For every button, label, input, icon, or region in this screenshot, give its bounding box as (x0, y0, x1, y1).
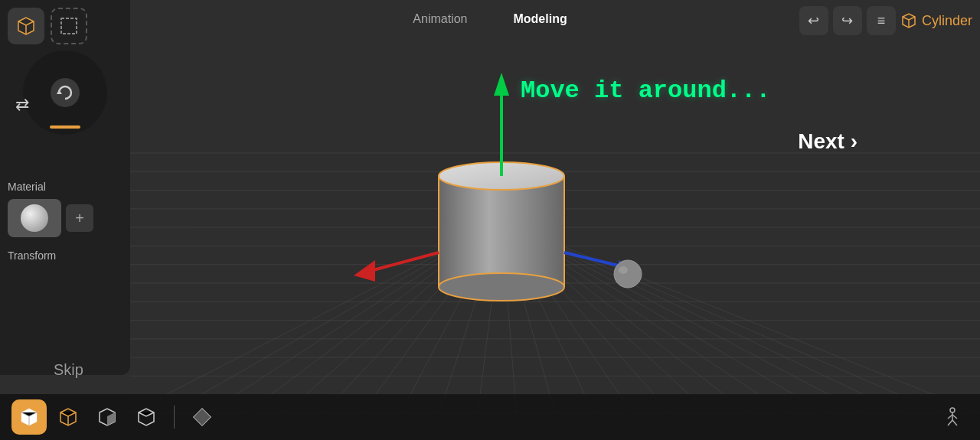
svg-line-29 (948, 420, 952, 425)
outline-cube-icon (136, 406, 157, 428)
diamond-icon (191, 406, 213, 428)
undo-icon: ↩ (808, 12, 819, 29)
svg-line-28 (952, 415, 957, 419)
swap-button[interactable]: ⇄ (8, 90, 37, 119)
bottom-btn-5[interactable] (185, 399, 220, 435)
left-panel: ⇄ Material + Transform (0, 0, 130, 375)
grid-canvas (0, 0, 980, 440)
cube-button[interactable] (8, 8, 44, 44)
material-row: + (8, 199, 122, 237)
material-sphere (21, 204, 48, 232)
bottom-btn-3[interactable] (90, 399, 125, 435)
skeleton-button[interactable] (936, 400, 969, 432)
cylinder-label[interactable]: Cylinder (900, 12, 972, 29)
svg-rect-19 (61, 18, 77, 34)
tab-animation[interactable]: Animation (405, 8, 475, 30)
skip-button[interactable]: Skip (54, 361, 83, 379)
transform-section: Transform (8, 249, 122, 262)
orbit-indicator (50, 125, 80, 129)
cube-icon (15, 15, 37, 37)
material-section: Material + (8, 181, 122, 237)
solid-cube-icon (18, 406, 40, 428)
orbit-button[interactable] (51, 78, 80, 107)
bottom-toolbar (0, 394, 980, 440)
transform-label: Transform (8, 249, 122, 262)
nav-tabs: Animation Modeling (405, 8, 574, 30)
svg-line-30 (952, 420, 957, 425)
bottom-btn-2[interactable] (51, 399, 86, 435)
half-cube-icon (96, 406, 118, 428)
material-preview[interactable] (8, 199, 61, 237)
orbit-icon (54, 82, 76, 103)
next-button[interactable]: Next › (798, 129, 858, 154)
material-label: Material (8, 181, 122, 193)
tab-modeling[interactable]: Modeling (505, 8, 574, 30)
skeleton-icon (941, 405, 964, 428)
left-top-icons (8, 8, 122, 44)
viewport[interactable] (0, 0, 980, 440)
menu-button[interactable]: ≡ (867, 6, 896, 35)
material-add-button[interactable]: + (66, 204, 93, 232)
top-right-controls: ↩ ↪ ≡ Cylinder (799, 6, 972, 35)
wire-cube-icon (57, 406, 79, 428)
menu-icon: ≡ (877, 13, 886, 29)
redo-icon: ↪ (841, 12, 853, 29)
cylinder-text: Cylinder (922, 13, 972, 29)
svg-line-27 (948, 415, 952, 419)
select-button[interactable] (51, 8, 87, 44)
swap-icon: ⇄ (15, 95, 29, 115)
cylinder-cube-icon (900, 12, 917, 29)
bottom-divider (174, 406, 175, 429)
redo-button[interactable]: ↪ (833, 6, 862, 35)
bottom-btn-1[interactable] (11, 399, 47, 435)
bottom-btn-4[interactable] (129, 399, 164, 435)
svg-point-25 (950, 408, 955, 412)
select-icon (58, 15, 80, 37)
svg-marker-24 (194, 409, 211, 425)
undo-button[interactable]: ↩ (799, 6, 828, 35)
svg-marker-20 (57, 90, 62, 94)
